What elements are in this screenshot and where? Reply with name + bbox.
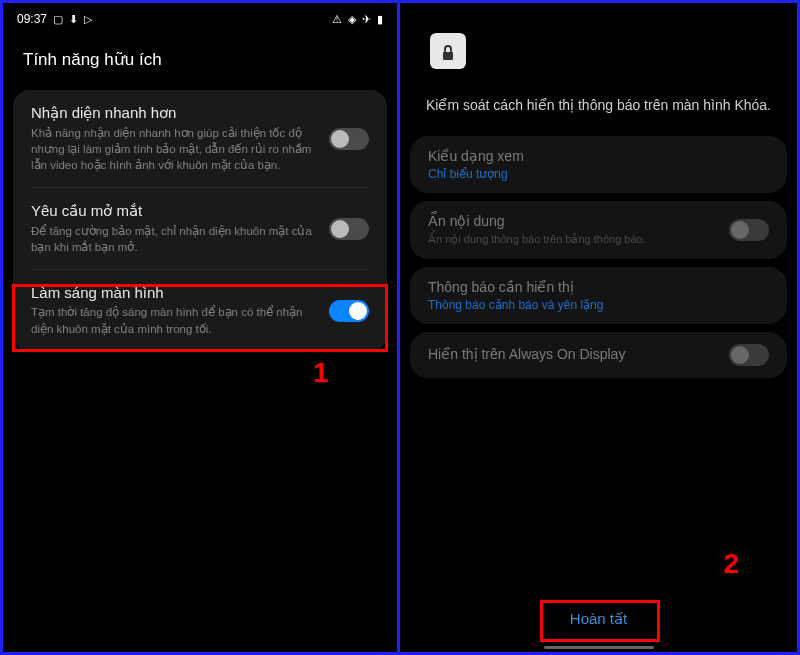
lock-badge xyxy=(430,33,466,69)
row-title: Nhận diện nhanh hơn xyxy=(31,104,319,122)
row-aod[interactable]: Hiển thị trên Always On Display xyxy=(410,332,787,378)
wifi-off-icon: ⚠ xyxy=(332,13,342,26)
lock-icon xyxy=(441,45,455,61)
row-desc: Tạm thời tăng độ sáng màn hình để bạn có… xyxy=(31,304,319,336)
right-panel: Kiểm soát cách hiển thị thông báo trên m… xyxy=(400,3,797,652)
done-button[interactable]: Hoàn tất xyxy=(550,600,647,638)
row-require-eyes[interactable]: Yêu cầu mở mắt Để tăng cường bảo mật, ch… xyxy=(13,188,387,269)
play-icon: ▷ xyxy=(84,13,92,26)
description: Kiểm soát cách hiển thị thông báo trên m… xyxy=(400,69,797,136)
row-hide-content[interactable]: Ẩn nội dung Ẩn nội dung thông báo trên b… xyxy=(410,201,787,259)
toggle-aod[interactable] xyxy=(729,344,769,366)
view-style-card: Kiểu dạng xem Chỉ biểu tượng xyxy=(410,136,787,193)
callout-1: 1 xyxy=(313,357,329,389)
row-title: Kiểu dạng xem xyxy=(428,148,759,164)
row-show-notif[interactable]: Thông báo cần hiển thị Thông báo cảnh bá… xyxy=(410,267,787,324)
show-notif-card: Thông báo cần hiển thị Thông báo cảnh bá… xyxy=(410,267,787,324)
row-title: Thông báo cần hiển thị xyxy=(428,279,759,295)
home-indicator[interactable] xyxy=(544,646,654,649)
row-view-style[interactable]: Kiểu dạng xem Chỉ biểu tượng xyxy=(410,136,787,193)
aod-card: Hiển thị trên Always On Display xyxy=(410,332,787,378)
row-desc: Khả năng nhận diện nhanh hơn giúp cải th… xyxy=(31,125,319,173)
settings-card: Nhận diện nhanh hơn Khả năng nhận diện n… xyxy=(13,90,387,351)
status-time: 09:37 xyxy=(17,12,47,26)
hide-content-card: Ẩn nội dung Ẩn nội dung thông báo trên b… xyxy=(410,201,787,259)
toggle-brighten-screen[interactable] xyxy=(329,300,369,322)
wifi-icon: ◈ xyxy=(348,13,356,26)
page-title: Tính năng hữu ích xyxy=(3,31,397,90)
row-desc: Ẩn nội dung thông báo trên bảng thông bá… xyxy=(428,232,719,247)
row-brighten-screen[interactable]: Làm sáng màn hình Tạm thời tăng độ sáng … xyxy=(13,270,387,350)
toggle-fast-recognition[interactable] xyxy=(329,128,369,150)
row-title: Hiển thị trên Always On Display xyxy=(428,346,719,362)
row-value: Chỉ biểu tượng xyxy=(428,167,759,181)
download-icon: ⬇ xyxy=(69,13,78,26)
row-value: Thông báo cảnh báo và yên lặng xyxy=(428,298,759,312)
left-panel: 09:37 ▢ ⬇ ▷ ⚠ ◈ ✈ ▮ Tính năng hữu ích Nh… xyxy=(3,3,400,652)
airplane-icon: ✈ xyxy=(362,13,371,26)
row-fast-recognition[interactable]: Nhận diện nhanh hơn Khả năng nhận diện n… xyxy=(13,90,387,187)
row-title: Ẩn nội dung xyxy=(428,213,719,229)
row-title: Làm sáng màn hình xyxy=(31,284,319,301)
image-icon: ▢ xyxy=(53,13,63,26)
svg-rect-0 xyxy=(443,52,453,60)
toggle-hide-content[interactable] xyxy=(729,219,769,241)
row-title: Yêu cầu mở mắt xyxy=(31,202,319,220)
status-bar: 09:37 ▢ ⬇ ▷ ⚠ ◈ ✈ ▮ xyxy=(3,3,397,31)
callout-2: 2 xyxy=(723,548,739,580)
row-desc: Để tăng cường bảo mật, chỉ nhận diện khu… xyxy=(31,223,319,255)
bottom-bar: Hoàn tất xyxy=(400,600,797,638)
toggle-require-eyes[interactable] xyxy=(329,218,369,240)
battery-icon: ▮ xyxy=(377,13,383,26)
